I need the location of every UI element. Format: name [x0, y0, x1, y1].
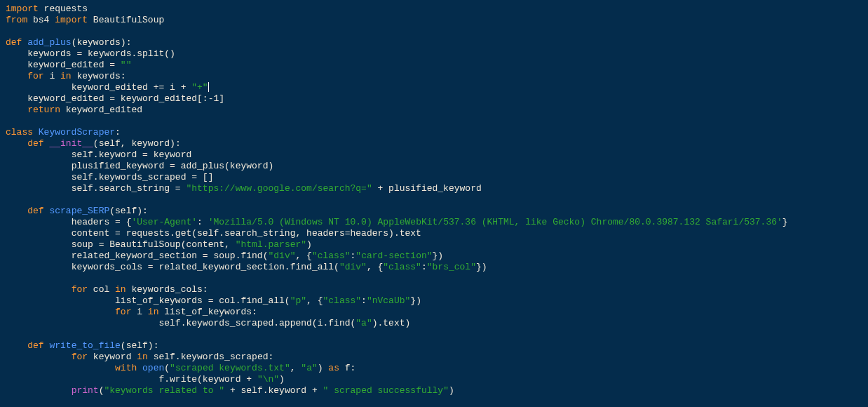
code-line[interactable]: keyword_edited = "" [6, 60, 862, 71]
token-id: bs4 [27, 15, 55, 25]
code-line[interactable]: content = requests.get(self.search_strin… [6, 228, 862, 239]
code-line[interactable]: keywords_cols = related_keyword_section.… [6, 262, 862, 273]
token-id: plusified_keyword = add_plus(keyword) [72, 161, 274, 171]
token-id: i [131, 307, 147, 317]
token-id: ] [219, 93, 224, 104]
token-kw: for [115, 307, 131, 317]
token-str: 'Mozilla/5.0 (Windows NT 10.0) AppleWebK… [208, 217, 782, 227]
token-str: "class" [312, 251, 351, 261]
code-line[interactable] [6, 194, 862, 206]
code-line[interactable] [6, 329, 862, 340]
token-str: "\n" [257, 374, 279, 385]
token-str: "html.parser" [236, 239, 306, 250]
token-kw: in [137, 352, 148, 362]
token-id: }) [410, 295, 421, 306]
token-kw: in [115, 284, 126, 295]
token-id: i [44, 71, 60, 81]
token-kw: from [6, 15, 27, 25]
token-id: keywords_cols = related_keyword_section.… [72, 262, 339, 272]
code-line[interactable] [6, 26, 862, 37]
code-line[interactable]: import requests [6, 4, 862, 15]
token-fn: write_to_file [49, 340, 120, 351]
code-line[interactable]: soup = BeautifulSoup(content, "html.pars… [6, 239, 862, 251]
code-line[interactable]: def __init__(self, keyword): [6, 138, 862, 149]
code-line[interactable]: related_keyword_section = soup.find("div… [6, 251, 862, 262]
code-line[interactable]: print("keywords related to " + self.keyw… [6, 385, 862, 396]
token-kw: class [6, 127, 39, 138]
code-line[interactable]: self.keywords_scraped = [] [6, 172, 862, 183]
code-line[interactable]: keyword_edited = keyword_edited[:-1] [6, 93, 862, 105]
token-str: "a" [301, 363, 317, 373]
token-kw: import [6, 4, 39, 14]
token-id: (keywords): [72, 37, 132, 48]
token-id: ) [318, 363, 329, 373]
code-line[interactable]: return keyword_edited [6, 105, 862, 116]
code-line[interactable]: self.search_string = "https://www.google… [6, 183, 862, 194]
token-id: keyword_edited += i + [72, 82, 192, 93]
token-str: "brs_col" [427, 262, 476, 272]
token-str: "" [121, 60, 132, 70]
token-id: keywords = keywords.split() [27, 48, 175, 59]
code-line[interactable]: f.write(keyword + "\n") [6, 374, 862, 385]
token-id: self.keywords_scraped = [] [72, 172, 214, 182]
code-line[interactable]: for col in keywords_cols: [6, 284, 862, 295]
token-id: col [88, 284, 115, 295]
token-id: BeautifulSoup [88, 15, 164, 25]
token-id: }) [433, 251, 444, 261]
token-str: 'User-Agent' [131, 217, 197, 227]
token-id: ) [449, 385, 454, 396]
token-str: "a" [355, 318, 372, 328]
code-line[interactable]: for keyword in self.keywords_scraped: [6, 352, 862, 363]
token-kw: for [27, 71, 43, 81]
token-kw: def [27, 138, 49, 149]
text-cursor [208, 82, 209, 92]
code-line[interactable]: for i in keywords: [6, 71, 862, 82]
token-id: , { [306, 295, 323, 306]
token-id: : [421, 262, 427, 272]
token-str: "class" [323, 295, 361, 306]
code-line[interactable] [6, 116, 862, 127]
token-dun: print [72, 385, 99, 396]
token-fn: KeywordScraper [39, 127, 115, 138]
token-id: list_of_keywords: [158, 307, 257, 317]
code-line[interactable] [6, 273, 862, 284]
token-kw: import [55, 15, 88, 25]
code-line[interactable]: list_of_keywords = col.find_all("p", {"c… [6, 295, 862, 307]
code-line[interactable]: self.keywords_scraped.append(i.find("a")… [6, 318, 862, 329]
token-id: + self.keyword + [224, 385, 323, 396]
token-kw: in [148, 307, 159, 317]
code-line[interactable]: for i in list_of_keywords: [6, 307, 862, 318]
token-str: "scraped keywords.txt" [170, 363, 290, 373]
token-kw: for [72, 284, 88, 295]
code-editor[interactable]: import requestsfrom bs4 import Beautiful… [6, 4, 862, 396]
token-id: (self): [121, 340, 159, 351]
token-kw: in [60, 71, 72, 81]
code-line[interactable]: class KeywordScraper: [6, 127, 862, 138]
token-id: : [197, 217, 208, 227]
token-str: "p" [290, 295, 306, 306]
token-id: ( [164, 363, 170, 373]
token-dun: __init__ [49, 138, 93, 149]
code-line[interactable]: from bs4 import BeautifulSoup [6, 15, 862, 26]
token-kw: def [27, 340, 49, 351]
code-line[interactable]: def add_plus(keywords): [6, 37, 862, 48]
code-line[interactable]: keyword_edited += i + "+" [6, 82, 862, 93]
token-str: "nVcaUb" [367, 295, 410, 306]
token-str: "card-section" [355, 251, 432, 261]
code-line[interactable]: plusified_keyword = add_plus(keyword) [6, 161, 862, 172]
token-kw: return [27, 105, 60, 115]
code-line[interactable]: def write_to_file(self): [6, 340, 862, 352]
token-id: keyword_edited = [27, 60, 121, 70]
code-line[interactable]: headers = {'User-Agent': 'Mozilla/5.0 (W… [6, 217, 862, 228]
code-line[interactable]: keywords = keywords.split() [6, 48, 862, 60]
code-line[interactable]: with open("scraped keywords.txt", "a") a… [6, 363, 862, 374]
token-id: : [115, 127, 121, 138]
token-fn: open [142, 363, 164, 373]
token-id: self.keyword = keyword [72, 149, 192, 160]
code-line[interactable]: self.keyword = keyword [6, 149, 862, 161]
token-id: , { [367, 262, 383, 272]
token-id: related_keyword_section = soup.find( [72, 251, 269, 261]
code-line[interactable]: def scrape_SERP(self): [6, 206, 862, 217]
token-str: "https://www.google.com/search?q=" [186, 183, 372, 194]
token-id: f: [339, 363, 355, 373]
